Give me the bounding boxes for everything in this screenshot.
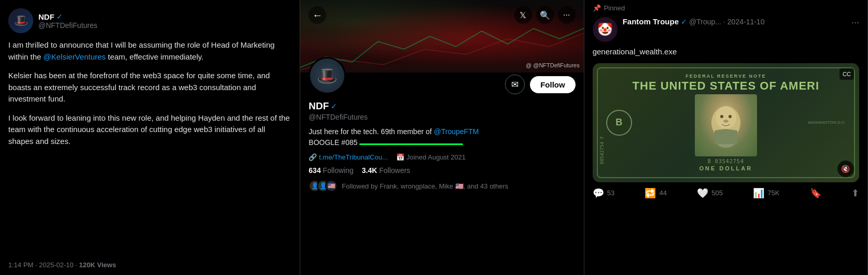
message-button[interactable]: ✉ bbox=[505, 75, 525, 94]
fantom-avatar: 🤡 bbox=[593, 17, 618, 42]
panel-pinned-tweet: 📌 Pinned 🤡 Fantom Troupe ✓ @Troup... · 2… bbox=[584, 0, 868, 275]
tweet-paragraph-1: I am thrilled to announce that I will be… bbox=[8, 39, 291, 63]
pinned-text: Pinned bbox=[604, 4, 625, 12]
svg-point-3 bbox=[729, 115, 732, 118]
bill-portrait bbox=[695, 94, 757, 156]
followers-stat[interactable]: 3.4K Followers bbox=[362, 166, 410, 175]
tweet-header: 🎩 NDF ✓ @NFTDefiFutures bbox=[8, 8, 291, 33]
bio-text-1: Just here for the tech. 69th member of bbox=[309, 127, 433, 136]
meta-joined: 📅 Joined August 2021 bbox=[396, 153, 466, 161]
svg-point-2 bbox=[720, 115, 723, 118]
avatar: 🎩 bbox=[8, 8, 33, 33]
following-count: 634 bbox=[309, 166, 320, 175]
user-name-row: NDF ✓ bbox=[38, 12, 97, 21]
profile-meta: 🔗 t.me/TheTribunalCou... 📅 Joined August… bbox=[309, 153, 575, 161]
profile-name-row: NDF ✓ bbox=[309, 100, 575, 112]
follower-avatar-3: 🇺🇸 bbox=[325, 180, 338, 192]
tweet-timestamp: 1:14 PM · 2025-02-10 bbox=[8, 261, 74, 269]
profile-link[interactable]: t.me/TheTribunalCou... bbox=[319, 153, 387, 161]
tweet3-actions: 💬 53 🔁 44 🤍 505 📊 75K 🔖 ⬆ bbox=[584, 182, 867, 203]
profile-name: NDF bbox=[309, 100, 329, 112]
tweet3-name-row: Fantom Troupe ✓ @Troup... · 2024-11-10 bbox=[623, 17, 846, 26]
washington-portrait bbox=[700, 99, 752, 151]
search-icon[interactable]: 🔍 bbox=[536, 6, 554, 24]
profile-avatar: 🎩 bbox=[309, 57, 346, 94]
user-handle[interactable]: @NFTDefiFutures bbox=[38, 21, 97, 30]
followed-by-text: Followed by Frank, wrongplace, Mike 🇺🇸, … bbox=[342, 182, 508, 190]
profile-bio: Just here for the tech. 69th member of @… bbox=[309, 126, 575, 148]
mention-kelsier[interactable]: @KelsierVentures bbox=[44, 52, 106, 61]
tweet3-header: 🤡 Fantom Troupe ✓ @Troup... · 2024-11-10… bbox=[584, 12, 867, 46]
tweet3-dot: · bbox=[723, 18, 725, 26]
following-stat[interactable]: 634 Following bbox=[309, 166, 353, 175]
bill-left-serial: 00542754 F bbox=[599, 136, 605, 164]
nav-right-icons: 𝕏 🔍 ··· bbox=[514, 6, 576, 24]
user-name: NDF bbox=[38, 12, 54, 21]
tweet-paragraph-2: Kelsier has been at the forefront of the… bbox=[8, 70, 291, 105]
profile-avatar-section: 🎩 ✉ Follow bbox=[309, 57, 575, 94]
bookmark-icon: 🔖 bbox=[810, 187, 821, 199]
share-action[interactable]: ⬆ bbox=[851, 187, 859, 199]
bill-washi-text: WASHINGTON D.C. bbox=[808, 120, 846, 125]
views-action[interactable]: 📊 75K bbox=[753, 187, 779, 199]
bill-washington-text: WASHINGTON D.C. bbox=[808, 120, 846, 125]
views-icon: 📊 bbox=[753, 187, 764, 199]
retweet-count: 44 bbox=[659, 189, 666, 197]
bio-boogle: BOOGLE #085 bbox=[309, 138, 357, 147]
bill-header: FEDERAL RESERVE NOTE bbox=[685, 74, 766, 79]
following-label: Following bbox=[323, 166, 354, 175]
pinned-label: 📌 Pinned bbox=[584, 0, 867, 12]
retweet-icon: 🔁 bbox=[645, 187, 656, 199]
verified-icon: ✓ bbox=[57, 12, 63, 21]
back-button[interactable]: ← bbox=[309, 6, 326, 24]
comment-count: 53 bbox=[607, 189, 614, 197]
joined-text: Joined August 2021 bbox=[407, 153, 466, 161]
tweet3-name: Fantom Troupe bbox=[623, 17, 679, 26]
profile-nav: ← 𝕏 🔍 ··· bbox=[300, 6, 583, 24]
profile-actions: ✉ Follow bbox=[505, 75, 576, 94]
more-icon[interactable]: ··· bbox=[558, 6, 576, 24]
panel-profile: ← 𝕏 🔍 ··· @ @NFTDefiFutures 🎩 ✉ Follow N… bbox=[300, 0, 584, 275]
user-info: NDF ✓ @NFTDefiFutures bbox=[38, 12, 97, 30]
tweet-body: I am thrilled to announce that I will be… bbox=[8, 39, 291, 147]
share-icon: ⬆ bbox=[851, 187, 859, 199]
avatar-image: 🎩 bbox=[8, 8, 33, 33]
like-action[interactable]: 🤍 505 bbox=[697, 187, 723, 199]
follower-avatars: 👤 👤 🇺🇸 bbox=[309, 180, 338, 192]
like-icon: 🤍 bbox=[697, 187, 708, 199]
tweet-views: 120K Views bbox=[79, 261, 116, 269]
like-count: 505 bbox=[711, 189, 723, 197]
tweet3-handle: @Troup... bbox=[689, 18, 721, 26]
calendar-icon: 📅 bbox=[396, 153, 404, 161]
bio-mention[interactable]: @TroupeFTM bbox=[434, 127, 479, 136]
tweet-paragraph-3: I look forward to leaning into this new … bbox=[8, 112, 291, 148]
views-count: 75K bbox=[767, 189, 779, 197]
profile-verified-icon: ✓ bbox=[331, 102, 337, 110]
bio-highlight-bar bbox=[359, 143, 463, 145]
tweet3-user-info: Fantom Troupe ✓ @Troup... · 2024-11-10 bbox=[623, 17, 846, 26]
bookmark-action[interactable]: 🔖 bbox=[810, 187, 821, 199]
bill-inner: FEDERAL RESERVE NOTE THE UNITED STATES O… bbox=[597, 67, 855, 178]
x-logo-icon[interactable]: 𝕏 bbox=[514, 6, 532, 24]
pin-icon: 📌 bbox=[593, 4, 601, 12]
profile-content: 🎩 ✉ Follow NDF ✓ @NFTDefiFutures Just he… bbox=[300, 73, 583, 198]
tweet3-verified-icon: ✓ bbox=[681, 18, 687, 26]
follow-button[interactable]: Follow bbox=[530, 76, 576, 93]
profile-stats: 634 Following 3.4K Followers bbox=[309, 166, 575, 175]
retweet-action[interactable]: 🔁 44 bbox=[645, 187, 666, 199]
profile-handle: @NFTDefiFutures bbox=[309, 113, 575, 121]
tweet3-more-button[interactable]: ··· bbox=[851, 17, 859, 28]
followers-label: Followers bbox=[379, 166, 410, 175]
bill-title: THE UNITED STATES OF AMERI bbox=[633, 80, 819, 92]
comment-icon: 💬 bbox=[593, 187, 604, 199]
bill-portrait-face bbox=[695, 94, 757, 156]
followers-count: 3.4K bbox=[362, 166, 377, 175]
meta-link: 🔗 t.me/TheTribunalCou... bbox=[309, 153, 387, 161]
closed-caption-icon[interactable]: CC bbox=[839, 68, 854, 80]
bill-footer: ONE DOLLAR bbox=[699, 165, 752, 171]
panel-tweet: 🎩 NDF ✓ @NFTDefiFutures I am thrilled to… bbox=[0, 0, 300, 275]
mute-button[interactable]: 🔇 bbox=[837, 161, 854, 177]
comment-action[interactable]: 💬 53 bbox=[593, 187, 614, 199]
svg-point-4 bbox=[723, 120, 729, 123]
tweet3-media: FEDERAL RESERVE NOTE THE UNITED STATES O… bbox=[593, 63, 859, 182]
